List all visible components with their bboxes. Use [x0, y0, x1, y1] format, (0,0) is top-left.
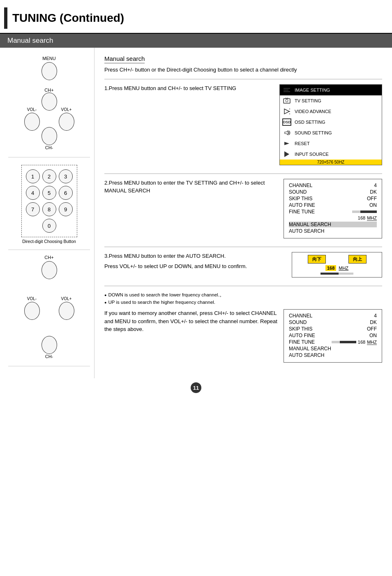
- auto-search-label: AUTO SEARCH: [289, 228, 324, 234]
- sound-icon: [282, 128, 291, 137]
- channel-value: 4: [374, 183, 377, 188]
- step4-finetune-value: 168: [358, 340, 365, 345]
- settings-auto-search-row: AUTO SEARCH: [289, 228, 377, 234]
- svg-marker-8: [285, 131, 288, 135]
- ch-minus-label: CH-: [45, 145, 53, 150]
- vol-plus-button[interactable]: [59, 113, 74, 131]
- direction-box: 向下 向上 168 MHZ: [292, 252, 382, 278]
- direct-digit-label: Direct-digit Choosing Button: [22, 239, 76, 244]
- up-button[interactable]: 向上: [348, 255, 367, 264]
- sound-value: DK: [370, 189, 377, 195]
- menu-screenshot: IMAGE SETTING TV SETTING VIDEO ADVANCE: [279, 84, 382, 165]
- dir-buttons-row: 向下 向上: [296, 255, 378, 264]
- settings-manual-search-row: MANUAL SEARCH: [289, 222, 377, 227]
- image-icon: [282, 86, 291, 95]
- step4-channel-label: CHANNEL: [289, 313, 312, 319]
- key-8[interactable]: 8: [42, 202, 56, 216]
- step4-autofine-row: AUTO FINE ON: [289, 333, 377, 338]
- key-9[interactable]: 9: [59, 202, 73, 216]
- key-4[interactable]: 4: [26, 186, 40, 200]
- finetune-label: FINE TUNE: [289, 209, 315, 215]
- step4-manual-search-label: MANUAL SEARCH: [289, 346, 331, 352]
- remote2-ch-plus-button[interactable]: [42, 261, 57, 279]
- down-label: 向下: [312, 257, 321, 261]
- sound-setting-label: SOUND SETTING: [295, 130, 379, 135]
- freq-value: 168: [325, 265, 336, 271]
- freq-bar: [321, 273, 353, 275]
- main-content: MENU CH+ VOL- VOL+ CH-: [0, 48, 392, 378]
- svg-marker-9: [284, 142, 289, 145]
- video-icon: [282, 107, 291, 116]
- step4-manual-search-row: MANUAL SEARCH: [289, 346, 377, 352]
- fine-tune-bar: [352, 209, 377, 215]
- skip-value: OFF: [367, 196, 377, 201]
- settings-skip-row: SKIP THIS OFF: [289, 196, 377, 201]
- finetune-unit: MHZ: [367, 215, 377, 221]
- menu-remote-group: MENU CH+ VOL- VOL+ CH-: [8, 56, 90, 157]
- tv-icon: [282, 96, 291, 105]
- step4-skip-value: OFF: [367, 326, 377, 332]
- key-0[interactable]: 0: [42, 219, 56, 233]
- remote2-vol-minus-label: VOL-: [27, 296, 37, 301]
- resolution-text: 720×576 50HZ: [317, 160, 344, 164]
- svg-point-1: [286, 99, 288, 102]
- page-title: TUNING (Continued): [12, 12, 124, 25]
- step4-settings-box: CHANNEL 4 SOUND DK SKIP THIS OFF AUTO FI…: [284, 309, 382, 363]
- finetune-value: 168: [358, 215, 365, 221]
- menu-row-image: IMAGE SETTING: [280, 85, 382, 95]
- remote2-ch-plus-label: CH+: [44, 255, 53, 260]
- step4-autofine-label: AUTO FINE: [289, 333, 315, 338]
- step1-block: IMAGE SETTING TV SETTING VIDEO ADVANCE: [104, 84, 382, 169]
- ch-plus-button[interactable]: [42, 93, 57, 111]
- step4-fine-tune-bar: 168 MHZ: [332, 339, 377, 345]
- image-setting-label: IMAGE SETTING: [295, 88, 379, 93]
- header-accent-bar: [4, 7, 7, 29]
- vol-minus-button[interactable]: [24, 113, 40, 131]
- step2-settings-box: CHANNEL 4 SOUND DK SKIP THIS OFF AUTO FI…: [284, 179, 382, 238]
- osd-setting-label: OSD SETTING: [295, 120, 379, 125]
- key-5[interactable]: 5: [42, 186, 56, 200]
- channel-label: CHANNEL: [289, 183, 312, 188]
- step4-sound-row: SOUND DK: [289, 319, 377, 325]
- dir-freq: 168 MHZ: [296, 265, 378, 271]
- menu-row-reset: RESET: [280, 138, 382, 149]
- divider-1: [104, 79, 382, 79]
- step4-auto-search-label: AUTO SEARCH: [289, 352, 324, 358]
- section-title-text: Manual search: [7, 37, 53, 44]
- manual-search-label: MANUAL SEARCH: [289, 222, 331, 227]
- menu-resolution-bar: 720×576 50HZ: [280, 160, 382, 165]
- key-6[interactable]: 6: [59, 186, 73, 200]
- step2-block: CHANNEL 4 SOUND DK SKIP THIS OFF AUTO FI…: [104, 179, 382, 242]
- divider-4: [104, 286, 382, 286]
- settings-finetune-row: FINE TUNE: [289, 209, 377, 215]
- input-source-label: INPUT SOURCE: [295, 152, 379, 157]
- step3-block: 向下 向上 168 MHZ 3.Press MENU button to ent…: [104, 252, 382, 281]
- page-header: TUNING (Continued): [0, 0, 392, 34]
- menu-row-osd: OSD OSD SETTING: [280, 117, 382, 127]
- remote2-group: CH+ VOL- VOL+ CH-: [8, 250, 90, 366]
- remote2-ch-minus-button[interactable]: [42, 336, 57, 354]
- key-1[interactable]: 1: [26, 169, 40, 183]
- numpad-group: 1 2 3 4 5 6 7 8 9 0 Direct-digit Choosin…: [21, 165, 77, 244]
- cross-pad: VOL- VOL+: [24, 93, 75, 144]
- up-label: 向上: [353, 257, 362, 261]
- settings-autofine-row: AUTO FINE ON: [289, 202, 377, 208]
- key-7[interactable]: 7: [26, 202, 40, 216]
- step4-sound-label: SOUND: [289, 319, 307, 325]
- svg-marker-4: [284, 109, 289, 114]
- remote2-vol-plus-button[interactable]: [59, 302, 74, 320]
- key-2[interactable]: 2: [42, 169, 56, 183]
- down-button[interactable]: 向下: [308, 255, 326, 264]
- key-3[interactable]: 3: [59, 169, 73, 183]
- autofine-value: ON: [369, 202, 377, 208]
- tune-bar-track: [352, 211, 377, 213]
- remote2-vol-minus-button[interactable]: [24, 302, 40, 320]
- menu-button[interactable]: [42, 62, 57, 80]
- divider-2: [104, 173, 382, 174]
- step4-sound-value: DK: [370, 319, 377, 325]
- freq-unit: MHZ: [339, 266, 348, 271]
- ch-minus-button[interactable]: [42, 127, 57, 145]
- step4-channel-row: CHANNEL 4: [289, 313, 377, 319]
- note-down: DOWN is used to search the lower frquenc…: [104, 291, 382, 298]
- step4-finetune-unit: MHZ: [367, 340, 377, 345]
